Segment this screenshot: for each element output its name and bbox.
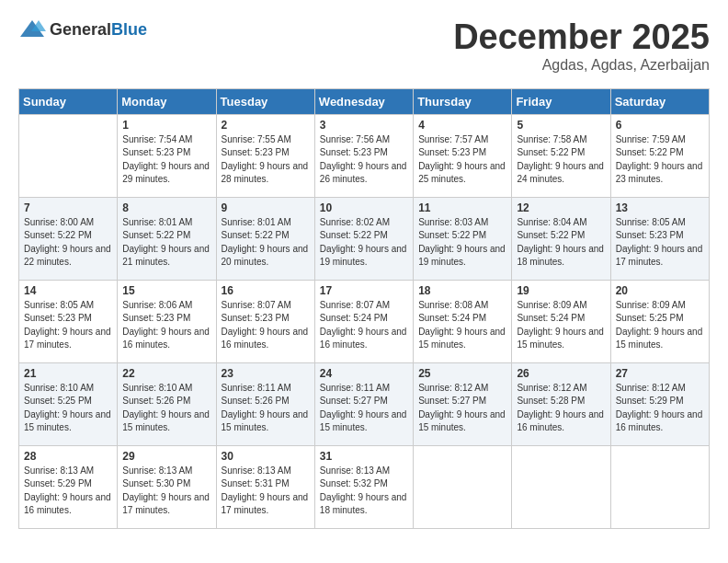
day-info: Sunrise: 8:11 AMSunset: 5:27 PMDaylight:… [320, 382, 408, 435]
calendar-cell: 14Sunrise: 8:05 AMSunset: 5:23 PMDayligh… [19, 280, 118, 362]
title-area: December 2025 Agdas, Agdas, Azerbaijan [453, 18, 710, 74]
calendar-cell: 5Sunrise: 7:58 AMSunset: 5:22 PMDaylight… [512, 114, 610, 197]
logo-general: General [50, 20, 111, 39]
calendar-cell: 16Sunrise: 8:07 AMSunset: 5:23 PMDayligh… [216, 280, 314, 362]
calendar-cell [610, 445, 709, 528]
calendar-cell: 2Sunrise: 7:55 AMSunset: 5:23 PMDaylight… [216, 114, 314, 197]
day-info: Sunrise: 8:10 AMSunset: 5:25 PMDaylight:… [24, 382, 112, 435]
day-number: 3 [320, 119, 408, 132]
day-number: 24 [320, 367, 408, 380]
day-info: Sunrise: 8:13 AMSunset: 5:31 PMDaylight:… [222, 465, 310, 518]
day-number: 4 [418, 119, 506, 132]
calendar-cell: 22Sunrise: 8:10 AMSunset: 5:26 PMDayligh… [118, 362, 216, 445]
calendar-cell: 24Sunrise: 8:11 AMSunset: 5:27 PMDayligh… [314, 362, 413, 445]
day-info: Sunrise: 8:05 AMSunset: 5:23 PMDaylight:… [616, 216, 704, 270]
calendar-cell: 17Sunrise: 8:07 AMSunset: 5:24 PMDayligh… [314, 280, 413, 362]
day-number: 17 [320, 284, 408, 297]
day-info: Sunrise: 7:59 AMSunset: 5:22 PMDaylight:… [616, 133, 704, 187]
day-number: 27 [616, 367, 704, 380]
page-header: GeneralBlue December 2025 Agdas, Agdas, … [18, 18, 710, 74]
calendar-header: SundayMondayTuesdayWednesdayThursdayFrid… [19, 88, 710, 114]
day-info: Sunrise: 8:12 AMSunset: 5:28 PMDaylight:… [517, 382, 605, 435]
calendar-cell: 27Sunrise: 8:12 AMSunset: 5:29 PMDayligh… [610, 362, 709, 445]
day-info: Sunrise: 8:07 AMSunset: 5:23 PMDaylight:… [222, 299, 310, 352]
day-info: Sunrise: 8:07 AMSunset: 5:24 PMDaylight:… [320, 299, 408, 352]
day-number: 6 [616, 119, 704, 132]
calendar-cell: 29Sunrise: 8:13 AMSunset: 5:30 PMDayligh… [118, 445, 216, 528]
calendar-cell: 28Sunrise: 8:13 AMSunset: 5:29 PMDayligh… [19, 445, 118, 528]
calendar-cell: 21Sunrise: 8:10 AMSunset: 5:25 PMDayligh… [19, 362, 118, 445]
day-number: 29 [122, 450, 210, 463]
day-number: 9 [222, 201, 310, 214]
day-number: 7 [24, 201, 112, 214]
day-number: 16 [222, 284, 310, 297]
calendar-cell: 11Sunrise: 8:03 AMSunset: 5:22 PMDayligh… [414, 197, 512, 280]
calendar-cell: 26Sunrise: 8:12 AMSunset: 5:28 PMDayligh… [512, 362, 610, 445]
header-friday: Friday [512, 88, 610, 114]
day-info: Sunrise: 7:55 AMSunset: 5:23 PMDaylight:… [222, 133, 310, 187]
day-info: Sunrise: 8:03 AMSunset: 5:22 PMDaylight:… [418, 216, 506, 270]
calendar-cell: 7Sunrise: 8:00 AMSunset: 5:22 PMDaylight… [19, 197, 118, 280]
day-number: 5 [517, 119, 605, 132]
day-number: 12 [517, 201, 605, 214]
day-number: 19 [517, 284, 605, 297]
day-number: 14 [24, 284, 112, 297]
day-number: 31 [320, 450, 408, 463]
calendar-table: SundayMondayTuesdayWednesdayThursdayFrid… [18, 88, 710, 529]
day-number: 15 [122, 284, 210, 297]
day-info: Sunrise: 7:58 AMSunset: 5:22 PMDaylight:… [517, 133, 605, 187]
calendar-cell: 9Sunrise: 8:01 AMSunset: 5:22 PMDaylight… [216, 197, 314, 280]
logo-icon [18, 18, 46, 40]
day-info: Sunrise: 8:13 AMSunset: 5:29 PMDaylight:… [24, 465, 112, 518]
calendar-cell: 10Sunrise: 8:02 AMSunset: 5:22 PMDayligh… [314, 197, 413, 280]
day-number: 25 [418, 367, 506, 380]
day-number: 18 [418, 284, 506, 297]
day-info: Sunrise: 8:06 AMSunset: 5:23 PMDaylight:… [122, 299, 210, 352]
calendar-cell [19, 114, 118, 197]
calendar-week-2: 14Sunrise: 8:05 AMSunset: 5:23 PMDayligh… [19, 280, 710, 362]
day-info: Sunrise: 8:02 AMSunset: 5:22 PMDaylight:… [320, 216, 408, 270]
calendar-week-0: 1Sunrise: 7:54 AMSunset: 5:23 PMDaylight… [19, 114, 710, 197]
day-info: Sunrise: 8:05 AMSunset: 5:23 PMDaylight:… [24, 299, 112, 352]
day-number: 20 [616, 284, 704, 297]
header-tuesday: Tuesday [216, 88, 314, 114]
calendar-cell: 31Sunrise: 8:13 AMSunset: 5:32 PMDayligh… [314, 445, 413, 528]
day-info: Sunrise: 8:08 AMSunset: 5:24 PMDaylight:… [418, 299, 506, 352]
day-number: 13 [616, 201, 704, 214]
day-info: Sunrise: 8:11 AMSunset: 5:26 PMDaylight:… [222, 382, 310, 435]
header-saturday: Saturday [610, 88, 709, 114]
day-info: Sunrise: 8:13 AMSunset: 5:32 PMDaylight:… [320, 465, 408, 518]
calendar-cell: 30Sunrise: 8:13 AMSunset: 5:31 PMDayligh… [216, 445, 314, 528]
day-info: Sunrise: 7:56 AMSunset: 5:23 PMDaylight:… [320, 133, 408, 187]
calendar-cell [414, 445, 512, 528]
day-number: 26 [517, 367, 605, 380]
day-info: Sunrise: 8:12 AMSunset: 5:29 PMDaylight:… [616, 382, 704, 435]
logo-blue: Blue [111, 20, 147, 39]
day-number: 30 [222, 450, 310, 463]
day-info: Sunrise: 8:10 AMSunset: 5:26 PMDaylight:… [122, 382, 210, 435]
day-info: Sunrise: 8:04 AMSunset: 5:22 PMDaylight:… [517, 216, 605, 270]
month-title: December 2025 [453, 18, 710, 57]
calendar-cell: 6Sunrise: 7:59 AMSunset: 5:22 PMDaylight… [610, 114, 709, 197]
calendar-week-3: 21Sunrise: 8:10 AMSunset: 5:25 PMDayligh… [19, 362, 710, 445]
calendar-cell: 12Sunrise: 8:04 AMSunset: 5:22 PMDayligh… [512, 197, 610, 280]
header-sunday: Sunday [19, 88, 118, 114]
calendar-cell: 13Sunrise: 8:05 AMSunset: 5:23 PMDayligh… [610, 197, 709, 280]
calendar-cell: 23Sunrise: 8:11 AMSunset: 5:26 PMDayligh… [216, 362, 314, 445]
header-wednesday: Wednesday [314, 88, 413, 114]
day-info: Sunrise: 8:01 AMSunset: 5:22 PMDaylight:… [122, 216, 210, 270]
calendar-cell: 19Sunrise: 8:09 AMSunset: 5:24 PMDayligh… [512, 280, 610, 362]
calendar-cell: 20Sunrise: 8:09 AMSunset: 5:25 PMDayligh… [610, 280, 709, 362]
calendar-cell: 1Sunrise: 7:54 AMSunset: 5:23 PMDaylight… [118, 114, 216, 197]
day-info: Sunrise: 7:57 AMSunset: 5:23 PMDaylight:… [418, 133, 506, 187]
calendar-cell: 4Sunrise: 7:57 AMSunset: 5:23 PMDaylight… [414, 114, 512, 197]
day-number: 2 [222, 119, 310, 132]
day-number: 21 [24, 367, 112, 380]
day-number: 8 [122, 201, 210, 214]
calendar-cell: 25Sunrise: 8:12 AMSunset: 5:27 PMDayligh… [414, 362, 512, 445]
calendar-cell: 15Sunrise: 8:06 AMSunset: 5:23 PMDayligh… [118, 280, 216, 362]
day-info: Sunrise: 8:09 AMSunset: 5:25 PMDaylight:… [616, 299, 704, 352]
day-info: Sunrise: 8:13 AMSunset: 5:30 PMDaylight:… [122, 465, 210, 518]
calendar-cell: 8Sunrise: 8:01 AMSunset: 5:22 PMDaylight… [118, 197, 216, 280]
calendar-body: 1Sunrise: 7:54 AMSunset: 5:23 PMDaylight… [19, 114, 710, 528]
